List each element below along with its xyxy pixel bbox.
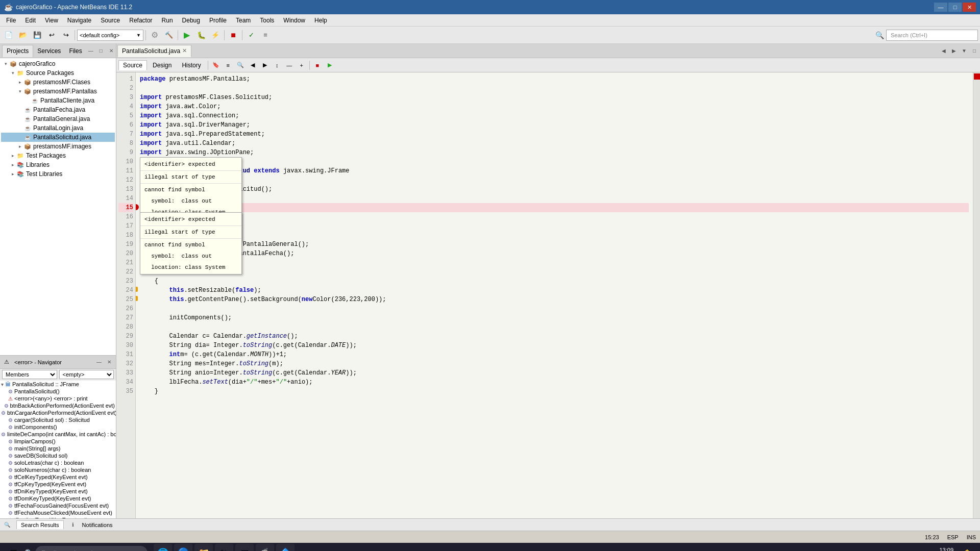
tree-pantallas-package[interactable]: ▾ 📦 prestamosMF.Pantallas [1, 87, 115, 96]
expand-source-icon[interactable]: ▾ [9, 70, 16, 76]
profile-project-button[interactable]: ⚡ [209, 29, 222, 42]
menu-profile[interactable]: Profile [205, 15, 231, 26]
members-dropdown[interactable]: Members [2, 370, 57, 379]
redo-button[interactable]: ↪ [59, 29, 72, 42]
tree-pantallasolicitud[interactable]: ☕ PantallaSolicitud.java [1, 133, 115, 142]
nav-member-tfdni[interactable]: ⚙ tfDniKeyTyped(KeyEvent evt) [0, 488, 116, 495]
expand-clases-icon[interactable]: ▸ [16, 80, 23, 85]
taskbar-search-input[interactable] [35, 546, 148, 551]
build-project-button[interactable]: ⚙ [148, 29, 161, 42]
start-button[interactable]: ⊞ [4, 544, 22, 551]
expand-images-icon[interactable]: ▸ [16, 144, 23, 149]
format-button[interactable]: ≡ [223, 60, 234, 71]
notification-center-button[interactable]: 🔔 [958, 544, 976, 551]
taskbar-chrome-button[interactable]: 🔵 [174, 544, 192, 551]
taskbar-netbeans-button[interactable]: ☕ [256, 544, 274, 551]
run-project-button[interactable]: ▶ [180, 29, 193, 42]
nav-member-limpiar[interactable]: ⚙ limpiarCampos() [0, 438, 116, 445]
tree-pantallafecha[interactable]: ☕ PantallaFecha.java [1, 105, 115, 114]
tree-root[interactable]: ▾ 📦 cajeroGrafico [1, 59, 115, 68]
tab-nav-right-button[interactable]: ▶ [949, 46, 959, 56]
new-project-button[interactable]: 📄 [2, 29, 15, 42]
navigate-back-button[interactable]: ◀ [247, 60, 258, 71]
tab-nav-dropdown-button[interactable]: ▼ [960, 46, 969, 56]
taskbar-mail-button[interactable]: ✉ [235, 544, 254, 551]
left-panel-minimize-button[interactable]: — [86, 46, 95, 56]
close-button[interactable]: ✕ [963, 3, 976, 12]
nav-member-limite[interactable]: ⚙ limiteDeCampo(int cantMax, int cantAc)… [0, 431, 116, 438]
taskbar-explorer-button[interactable]: 📁 [194, 544, 213, 551]
maximize-button[interactable]: □ [948, 3, 962, 12]
nav-member-tfcel[interactable]: ⚙ tfCelKeyTyped(KeyEvent evt) [0, 473, 116, 481]
taskbar-edge-button[interactable]: 🌐 [154, 544, 172, 551]
tab-files[interactable]: Files [65, 45, 86, 57]
tree-pantallageneral[interactable]: ☕ PantallaGeneral.java [1, 114, 115, 123]
menu-help[interactable]: Help [310, 15, 331, 26]
nav-member-tfdom[interactable]: ⚙ tfDomKeyTyped(KeyEvent evt) [0, 495, 116, 502]
tab-projects[interactable]: Projects [2, 45, 33, 57]
taskbar-vscode-button[interactable]: 🔷 [276, 544, 295, 551]
design-tab-button[interactable]: Design [148, 60, 176, 70]
menu-team[interactable]: Team [232, 15, 255, 26]
ac-item-identifier-2[interactable]: <identifier> expected [140, 214, 241, 225]
tab-services[interactable]: Services [33, 45, 65, 57]
navigate-forward-button[interactable]: ▶ [259, 60, 271, 71]
left-panel-maximize-button[interactable]: □ [96, 46, 106, 56]
apply-diff-button[interactable]: ✓ [244, 29, 258, 42]
menu-tools[interactable]: Tools [256, 15, 278, 26]
code-content[interactable]: package prestamosMF.Pantallas; import pr… [136, 72, 973, 518]
debug-project-button[interactable]: 🐛 [194, 29, 208, 42]
compile-button[interactable]: ■ [312, 60, 323, 71]
find-button[interactable]: 🔍 [235, 60, 246, 71]
tab-maximize-button[interactable]: □ [970, 46, 979, 56]
tree-libraries[interactable]: ▸ 📚 Libraries [1, 160, 115, 169]
autocomplete-popup-2[interactable]: <identifier> expected illegal start of t… [140, 212, 242, 274]
nav-member-tflock[interactable]: ⚙ tfLockeyTyped(KeyEvent evt) [0, 516, 116, 518]
nav-root[interactable]: ▾ 🏛 PantallaSolicitud :: JFrame [0, 381, 116, 388]
history-tab-button[interactable]: History [177, 60, 205, 70]
save-button[interactable]: 💾 [31, 29, 44, 42]
nav-member-btncargar[interactable]: ⚙ btnCargarActionPerformed(ActionEvent e… [0, 409, 116, 416]
ac-item-cannotfind-1[interactable]: cannot find symbol [140, 184, 241, 195]
clean-build-button[interactable]: 🔨 [162, 29, 176, 42]
nav-member-tffechamouse[interactable]: ⚙ tfFechaMouseClicked(MouseEvent evt) [0, 509, 116, 516]
title-bar-controls[interactable]: — □ ✕ [934, 3, 976, 12]
editor-tab-pantallasolicitud[interactable]: PantallaSolicitud.java ✕ [117, 45, 191, 57]
expand-all-button[interactable]: + [296, 60, 307, 71]
ac-item-symbol-2[interactable]: symbol: class out [140, 251, 241, 262]
menu-window[interactable]: Window [279, 15, 309, 26]
run-file-button[interactable]: ▶ [324, 60, 335, 71]
taskbar-store-button[interactable]: 🛍 [215, 544, 233, 551]
nav-member-cargar[interactable]: ⚙ cargar(Solicitud sol) : Solicitud [0, 416, 116, 423]
menu-navigate[interactable]: Navigate [63, 15, 95, 26]
goto-line-button[interactable]: ↕ [272, 60, 283, 71]
config-dropdown[interactable]: <default config> ▼ [77, 30, 143, 41]
menu-source[interactable]: Source [96, 15, 124, 26]
nav-member-tfcp[interactable]: ⚙ tfCpKeyTyped(KeyEvent evt) [0, 481, 116, 488]
ac-item-cannotfind-2[interactable]: cannot find symbol [140, 239, 241, 251]
left-panel-close-button[interactable]: ✕ [107, 46, 116, 56]
search-results-tab[interactable]: Search Results [16, 520, 64, 529]
tree-test-packages[interactable]: ▸ 📁 Test Packages [1, 151, 115, 160]
ac-item-illegal-2[interactable]: illegal start of type [140, 227, 241, 238]
menu-edit[interactable]: Edit [21, 15, 40, 26]
source-tab-button[interactable]: Source [118, 60, 147, 70]
tree-clases-package[interactable]: ▸ 📦 prestamosMF.Clases [1, 78, 115, 87]
tree-pantallalogin[interactable]: ☕ PantallaLogin.java [1, 123, 115, 133]
ac-item-identifier-1[interactable]: <identifier> expected [140, 159, 241, 170]
code-editor[interactable]: 12345 678910 11121314 15 1617181920 2122… [116, 72, 980, 518]
nav-member-savedb[interactable]: ⚙ saveDB(Solicitud sol) [0, 452, 116, 459]
nav-member-main[interactable]: ⚙ main(String[] args) [0, 445, 116, 452]
nav-member-btnback[interactable]: ⚙ btnBackActionPerformed(ActionEvent evt… [0, 402, 116, 409]
menu-debug[interactable]: Debug [178, 15, 204, 26]
empty-dropdown[interactable]: <empty> [59, 370, 114, 379]
tab-nav-left-button[interactable]: ◀ [939, 46, 948, 56]
nav-member-sololetras[interactable]: ⚙ soloLetras(char c) : boolean [0, 459, 116, 466]
menu-run[interactable]: Run [158, 15, 177, 26]
stop-button[interactable]: ■ [227, 29, 240, 42]
fold-all-button[interactable]: — [284, 60, 295, 71]
expand-libraries-icon[interactable]: ▸ [9, 162, 16, 167]
tree-test-libraries[interactable]: ▸ 📚 Test Libraries [1, 169, 115, 179]
nav-member-constructor[interactable]: ⚙ PantallaSolicitud() [0, 388, 116, 395]
ac-item-location-2[interactable]: location: class System [140, 262, 241, 273]
